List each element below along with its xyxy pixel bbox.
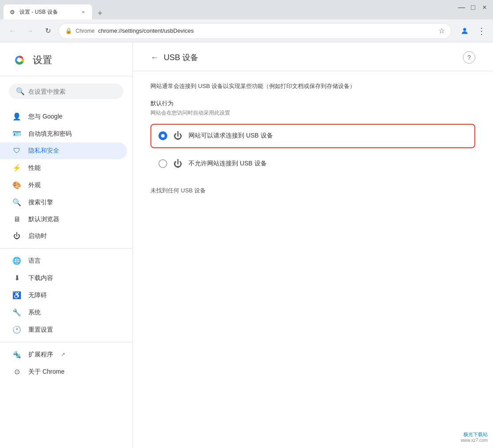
sidebar-label-appearance: 外观 (28, 181, 41, 189)
sidebar-item-appearance[interactable]: 🎨 外观 (0, 176, 127, 194)
active-tab[interactable]: ⚙ 设置 - USB 设备 × (4, 4, 92, 19)
sidebar-label-google: 您与 Google (28, 113, 62, 121)
language-icon: 🌐 (12, 257, 21, 265)
appearance-icon: 🎨 (12, 181, 21, 189)
sidebar-label-performance: 性能 (28, 164, 41, 172)
browser-content: 设置 🔍 👤 您与 Google 🪪 自动填充和密码 🛡 (0, 42, 493, 448)
performance-icon: ⚡ (12, 164, 21, 172)
sidebar-item-about[interactable]: ⊙ 关于 Chrome (0, 363, 127, 380)
google-icon: 👤 (12, 112, 21, 121)
sidebar-item-system[interactable]: 🔧 系统 (0, 304, 127, 321)
description-text: 网站通常会连接到 USB 设备以实现某些功能（例如打印文档或保存到存储设备） (150, 82, 475, 91)
help-button[interactable]: ? (463, 51, 475, 64)
autofill-icon: 🪪 (12, 130, 21, 138)
search-bar: 🔍 (0, 77, 132, 106)
nav-divider-1 (0, 248, 132, 249)
close-button[interactable]: × (481, 4, 488, 11)
radio-option-block[interactable]: ⏻ 不允许网站连接到 USB 设备 (150, 152, 475, 176)
menu-button[interactable]: ⋮ (475, 25, 488, 37)
content-body: 网站通常会连接到 USB 设备以实现某些功能（例如打印文档或保存到存储设备） 默… (133, 71, 493, 207)
nav-divider-2 (0, 342, 132, 342)
external-link-icon: ↗ (61, 352, 65, 357)
watermark-logo: 极光下载站 (463, 431, 488, 438)
tab-close-button[interactable]: × (80, 8, 87, 15)
watermark-url: www.xz7.com (461, 438, 488, 443)
page-title: USB 设备 (164, 52, 198, 63)
window-controls: — □ × (458, 4, 488, 11)
watermark: 极光下载站 www.xz7.com (461, 431, 488, 443)
refresh-button[interactable]: ↻ (41, 24, 55, 38)
sidebar-label-reset: 重置设置 (28, 326, 53, 334)
url-text: chrome://settings/content/usbDevices (98, 27, 435, 34)
settings-header: 设置 (0, 42, 132, 77)
settings-sidebar: 设置 🔍 👤 您与 Google 🪪 自动填充和密码 🛡 (0, 42, 133, 448)
sidebar-label-browser: 默认浏览器 (28, 215, 59, 223)
minimize-button[interactable]: — (458, 4, 465, 11)
usb-icon-allow: ⏻ (173, 131, 182, 141)
maximize-button[interactable]: □ (470, 4, 476, 11)
sidebar-item-language[interactable]: 🌐 语言 (0, 252, 127, 269)
sidebar-item-search[interactable]: 🔍 搜索引擎 (0, 194, 127, 211)
section-sublabel: 网站会在您访问时自动采用此设置 (150, 109, 475, 117)
content-header-left: ← USB 设备 (150, 52, 198, 63)
watermark-brand: 极光下载站 (463, 431, 488, 438)
svg-point-3 (18, 58, 22, 62)
sidebar-label-autofill: 自动填充和密码 (28, 130, 72, 138)
radio-label-allow: 网站可以请求连接到 USB 设备 (189, 132, 273, 140)
sidebar-item-browser[interactable]: 🖥 默认浏览器 (0, 211, 127, 228)
search-engine-icon: 🔍 (12, 198, 21, 207)
content-header: ← USB 设备 ? (133, 42, 493, 71)
sidebar-label-about: 关于 Chrome (28, 368, 65, 376)
sidebar-item-reset[interactable]: 🕐 重置设置 (0, 321, 127, 338)
address-input[interactable]: 🔒 Chrome chrome://settings/content/usbDe… (58, 23, 451, 39)
radio-label-block: 不允许网站连接到 USB 设备 (189, 160, 267, 168)
new-tab-button[interactable]: + (94, 7, 106, 19)
about-icon: ⊙ (12, 368, 21, 376)
no-device-text: 未找到任何 USB 设备 (150, 185, 475, 196)
section-label: 默认行为 (150, 100, 475, 107)
sidebar-label-startup: 启动时 (28, 232, 47, 240)
tab-title: 设置 - USB 设备 (19, 8, 76, 16)
address-bar: ← → ↻ 🔒 Chrome chrome://settings/content… (0, 19, 493, 42)
sidebar-label-search: 搜索引擎 (28, 199, 53, 207)
settings-content: ← USB 设备 ? 网站通常会连接到 USB 设备以实现某些功能（例如打印文档… (133, 42, 493, 448)
settings-title: 设置 (33, 54, 52, 67)
radio-circle-allow (158, 131, 167, 140)
accessibility-icon: ♿ (12, 291, 21, 299)
chrome-label: Chrome (76, 28, 95, 34)
sidebar-item-autofill[interactable]: 🪪 自动填充和密码 (0, 125, 127, 142)
sidebar-item-accessibility[interactable]: ♿ 无障碍 (0, 287, 127, 304)
reset-icon: 🕐 (12, 325, 21, 334)
sidebar-label-language: 语言 (28, 257, 41, 265)
sidebar-label-extensions: 扩展程序 (28, 351, 53, 359)
sidebar-label-accessibility: 无障碍 (28, 291, 47, 299)
sidebar-nav: 👤 您与 Google 🪪 自动填充和密码 🛡 隐私和安全 ⚡ 性能 🎨 (0, 106, 132, 448)
privacy-icon: 🛡 (12, 147, 21, 155)
sidebar-item-startup[interactable]: ⏻ 启动时 (0, 228, 127, 245)
profile-button[interactable] (458, 25, 471, 37)
download-icon: ⬇ (12, 274, 21, 282)
toolbar-right: ⋮ (458, 25, 488, 37)
svg-point-0 (463, 28, 466, 31)
sidebar-label-privacy: 隐私和安全 (28, 147, 59, 155)
search-input[interactable] (28, 88, 116, 95)
chrome-security-icon: 🔒 (65, 27, 72, 34)
extensions-icon: 🔩 (12, 350, 21, 359)
tab-favicon: ⚙ (9, 8, 16, 15)
sidebar-item-extensions[interactable]: 🔩 扩展程序 ↗ (0, 346, 127, 363)
sidebar-item-performance[interactable]: ⚡ 性能 (0, 159, 127, 176)
sidebar-item-google[interactable]: 👤 您与 Google (0, 108, 127, 125)
search-input-wrap[interactable]: 🔍 (9, 84, 123, 99)
sidebar-item-privacy[interactable]: 🛡 隐私和安全 (0, 142, 127, 159)
chrome-logo-icon (12, 53, 27, 67)
back-button[interactable]: ← (5, 24, 19, 38)
forward-button[interactable]: → (23, 24, 37, 38)
sidebar-label-download: 下载内容 (28, 274, 53, 282)
sidebar-item-download[interactable]: ⬇ 下载内容 (0, 269, 127, 287)
system-icon: 🔧 (12, 308, 21, 317)
radio-circle-block (158, 159, 167, 168)
star-icon[interactable]: ☆ (439, 27, 445, 35)
radio-option-allow[interactable]: ⏻ 网站可以请求连接到 USB 设备 (150, 124, 475, 148)
search-icon: 🔍 (16, 87, 25, 96)
back-button[interactable]: ← (150, 53, 158, 62)
